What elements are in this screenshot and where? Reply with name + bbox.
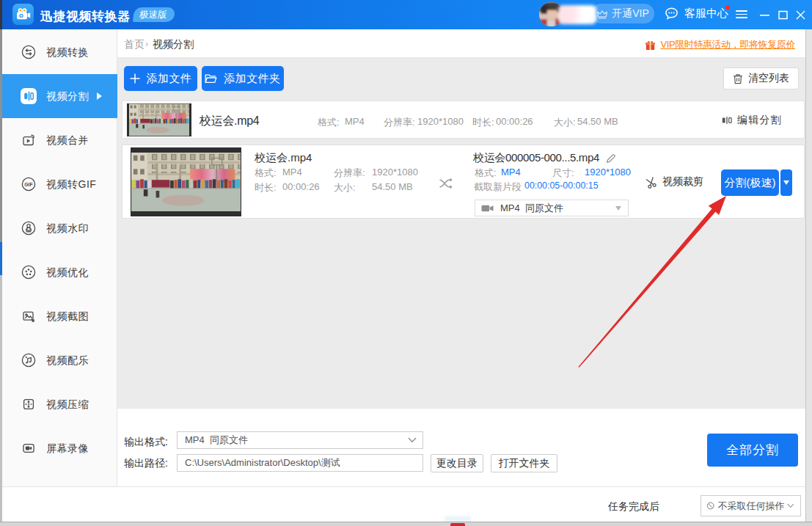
source-size: 54.50 MB (372, 181, 413, 192)
file-size-label: 大小: (554, 116, 576, 129)
source-file-name: 校运会.mp4 (255, 151, 312, 165)
edit-split-button[interactable]: 编辑分割 (721, 114, 782, 127)
plus-icon (130, 73, 140, 84)
output-dimension-label: 尺寸: (552, 167, 574, 180)
breadcrumb-home[interactable]: 首页 (124, 38, 145, 51)
gift-icon (645, 40, 656, 51)
support-center-label: 客服中心 (684, 7, 728, 21)
output-panel: 输出格式: MP4 同原文件 输出路径: C:\Users\Administra… (117, 409, 805, 486)
compress-icon (21, 397, 36, 412)
sidebar-item-compress[interactable]: 视频压缩 (2, 382, 117, 426)
source-format: MP4 (282, 167, 302, 178)
sidebar-item-screenshot[interactable]: 视频截图 (2, 294, 117, 338)
statusbar: 任务完成后 不采取任何操作 (2, 486, 805, 522)
file-name: 校运会.mp4 (200, 114, 259, 129)
select-caret-icon (615, 206, 621, 211)
maximize-icon (778, 10, 788, 20)
file-duration-label: 时长: (472, 116, 494, 129)
clip-label: 截取新片段 (474, 180, 522, 194)
music-icon (21, 353, 36, 368)
video-thumbnail-small (127, 103, 191, 136)
sidebar-item-music[interactable]: 视频配乐 (2, 338, 117, 382)
svg-text:GIF: GIF (24, 182, 32, 187)
source-resolution: 1920*1080 (372, 167, 418, 178)
vip-button[interactable]: 开通VIP (591, 4, 654, 23)
add-file-button[interactable]: 添加文件 (124, 66, 197, 91)
notification-dot (725, 5, 730, 10)
desktop-edge-right (805, 29, 812, 522)
sidebar-item-merge[interactable]: 视频合并 (2, 118, 117, 162)
split-fast-button[interactable]: 分割(极速) (721, 169, 779, 196)
rename-pencil-icon[interactable] (606, 153, 616, 164)
split-options-caret[interactable] (780, 169, 792, 196)
file-list-area: 添加文件 添加文件夹 清空列表 校运会.mp4 格式: MP4 (117, 58, 805, 409)
file-duration: 00:00:26 (496, 116, 533, 127)
app-title: 迅捷视频转换器 (40, 8, 131, 25)
output-path-input[interactable]: C:\Users\Administrator\Desktop\测试 (177, 454, 423, 472)
chat-bubble-icon (664, 6, 679, 21)
output-file-name: 校运会000005-000...5.mp4 (473, 151, 599, 165)
active-caret-icon (97, 92, 102, 100)
file-resolution: 1920*1080 (417, 116, 464, 127)
vip-promo-link[interactable]: VIP限时特惠活动，即将恢复原价 (645, 38, 795, 51)
breadcrumb-separator: › (145, 38, 148, 49)
clear-list-button[interactable]: 清空列表 (723, 67, 799, 90)
breadcrumb-bar: 首页 › 视频分割 VIP限时特惠活动，即将恢复原价 (117, 29, 805, 58)
sidebar-item-gif[interactable]: GIF 视频转GIF (2, 162, 117, 206)
chevron-down-icon (408, 437, 417, 443)
support-center[interactable]: 客服中心 (664, 6, 728, 21)
split-all-button[interactable]: 全部分割 (707, 434, 798, 467)
titlebar: 迅捷视频转换器 极速版 (2, 0, 812, 29)
vip-button-label: 开通VIP (612, 7, 649, 21)
file-row[interactable]: 校运会.mp4 格式: MP4 分辨率: 1920*1080 时长: 00:00… (122, 101, 805, 139)
minimize-button[interactable] (754, 0, 775, 29)
sidebar-item-watermark[interactable]: 视频水印 (2, 206, 117, 250)
add-folder-button[interactable]: 添加文件夹 (202, 66, 284, 91)
open-folder-button[interactable]: 打开文件夹 (491, 454, 557, 472)
app-window: 迅捷视频转换器 极速版 (0, 0, 812, 526)
output-format-label: 格式: (475, 167, 497, 180)
source-duration-label: 时长: (255, 181, 277, 194)
output-format-label: 输出格式: (124, 436, 168, 449)
screenshot-icon (21, 309, 36, 324)
convert-icon (21, 45, 36, 59)
file-format-label: 格式: (318, 116, 340, 129)
output-format-select[interactable]: MP4 同原文件 (475, 200, 629, 216)
edit-split-icon (721, 114, 733, 126)
sidebar-item-convert[interactable]: 视频转换 (2, 30, 117, 74)
desktop-edge-bottom (0, 522, 812, 526)
no-action-icon (706, 501, 714, 511)
menu-button[interactable] (736, 10, 747, 18)
optimize-icon (21, 265, 36, 280)
after-task-dropdown[interactable]: 不采取任何操作 (701, 495, 801, 516)
video-crop-button[interactable]: 视频裁剪 (645, 175, 703, 189)
sidebar-item-split[interactable]: 视频分割 (2, 74, 117, 118)
split-task-row: 校运会.mp4 格式: MP4 分辨率: 1920*1080 时长: 00:00… (122, 145, 805, 219)
merge-icon (21, 133, 36, 147)
crown-icon (596, 9, 608, 19)
shuffle-icon (438, 177, 455, 190)
sidebar: 视频转换 视频分割 视频合并 GIF (2, 29, 117, 486)
change-dir-button[interactable]: 更改目录 (431, 454, 483, 472)
app-logo (12, 4, 34, 25)
close-button[interactable] (790, 0, 811, 29)
record-icon (21, 441, 36, 456)
caret-down-icon (783, 180, 789, 185)
sidebar-item-optimize[interactable]: 视频优化 (2, 250, 117, 294)
video-camera-logo-icon (15, 6, 32, 23)
sidebar-item-record[interactable]: 屏幕录像 (2, 426, 117, 470)
watermark-icon (21, 221, 36, 235)
camera-icon (481, 203, 494, 213)
file-resolution-label: 分辨率: (384, 116, 415, 129)
output-path-label: 输出路径: (124, 457, 168, 470)
gif-icon: GIF (21, 177, 36, 191)
minimize-icon (760, 10, 769, 20)
output-format: MP4 (501, 167, 521, 178)
close-icon (796, 10, 805, 20)
scissors-icon (645, 175, 658, 189)
output-format-dropdown[interactable]: MP4 同原文件 (177, 431, 423, 449)
taskbar-peek-red (450, 523, 465, 526)
file-format: MP4 (345, 116, 365, 127)
video-thumbnail-large (131, 147, 241, 216)
breadcrumb-current: 视频分割 (153, 38, 194, 51)
